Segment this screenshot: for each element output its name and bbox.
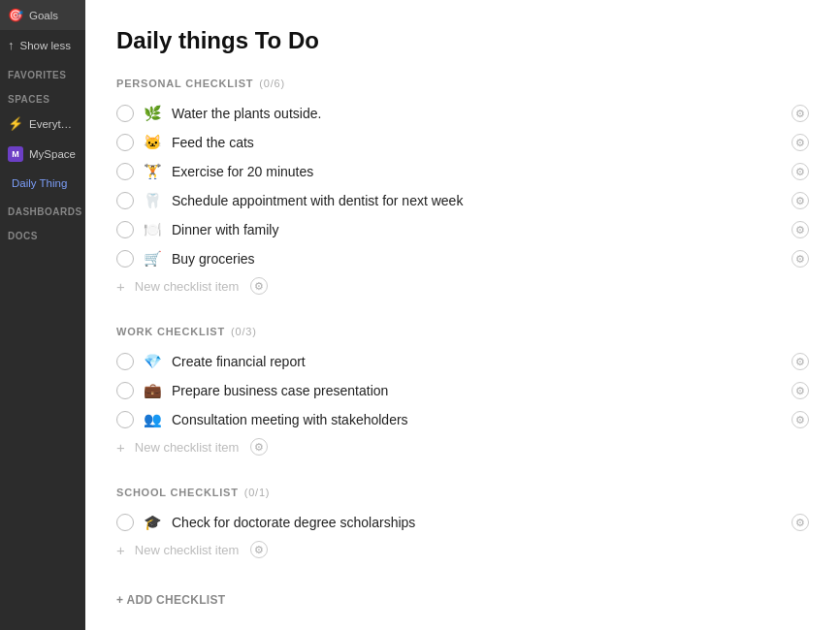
sidebar-section-docs: DOCS	[0, 221, 85, 245]
sidebar-section-dashboards: DASHBOARDS	[0, 197, 85, 221]
item-emoji: 💎	[144, 353, 162, 370]
add-item-row[interactable]: + New checklist item ⚙	[116, 434, 809, 459]
chevron-up-icon: ↑	[8, 38, 15, 52]
checklist-radio[interactable]	[116, 353, 134, 370]
sidebar-item-daily-thing[interactable]: Daily Thing	[0, 170, 85, 197]
add-checklist-button[interactable]: + ADD CHECKLIST	[116, 589, 809, 611]
add-item-label: New checklist item	[135, 279, 240, 294]
add-item-label: New checklist item	[135, 440, 240, 455]
item-settings-icon[interactable]: ⚙	[792, 353, 809, 370]
item-settings-icon[interactable]: ⚙	[792, 163, 809, 180]
checklist-radio[interactable]	[116, 163, 134, 180]
checklist-item: 💼 Prepare business case presentation ⚙	[116, 376, 809, 405]
section-header-personal: PERSONAL CHECKLIST (0/6)	[116, 78, 809, 89]
item-text: Buy groceries	[172, 251, 782, 267]
add-item-label: New checklist item	[135, 543, 240, 557]
add-item-row[interactable]: + New checklist item ⚙	[116, 273, 809, 299]
sidebar-item-label: Everything	[29, 118, 78, 130]
checklist-radio[interactable]	[116, 221, 134, 238]
item-text: Prepare business case presentation	[172, 383, 782, 398]
checklist-radio[interactable]	[116, 134, 134, 151]
sidebar-item-show-less[interactable]: ↑ Show less	[0, 30, 85, 60]
section-header-work: WORK CHECKLIST (0/3)	[116, 326, 809, 337]
checklist-item: 👥 Consultation meeting with stakeholders…	[116, 405, 809, 434]
item-text: Schedule appointment with dentist for ne…	[172, 193, 782, 208]
add-item-plus-icon: +	[116, 542, 125, 558]
section-title: SCHOOL CHECKLIST	[116, 487, 239, 498]
section-count: (0/1)	[244, 487, 271, 498]
checklists-container: PERSONAL CHECKLIST (0/6) 🌿 Water the pla…	[116, 78, 809, 562]
goals-icon: 🎯	[8, 8, 23, 22]
item-text: Create financial report	[172, 354, 782, 369]
checklist-section-work: WORK CHECKLIST (0/3) 💎 Create financial …	[116, 326, 809, 459]
checklist-item: 🏋️ Exercise for 20 minutes ⚙	[116, 157, 809, 186]
section-count: (0/6)	[259, 78, 285, 89]
main-content: Daily things To Do PERSONAL CHECKLIST (0…	[85, 0, 840, 630]
section-title: WORK CHECKLIST	[116, 326, 225, 337]
item-text: Feed the cats	[172, 135, 782, 150]
checklist-item: 🎓 Check for doctorate degree scholarship…	[116, 508, 809, 537]
section-header-school: SCHOOL CHECKLIST (0/1)	[116, 487, 809, 498]
item-text: Dinner with family	[172, 222, 782, 237]
checklist-radio[interactable]	[116, 192, 134, 209]
item-text: Check for doctorate degree scholarships	[172, 515, 782, 530]
add-item-settings-icon[interactable]: ⚙	[250, 438, 268, 456]
item-settings-icon[interactable]: ⚙	[792, 411, 809, 428]
item-emoji: 🍽️	[144, 221, 162, 238]
item-settings-icon[interactable]: ⚙	[792, 221, 809, 238]
checklist-radio[interactable]	[116, 411, 134, 428]
add-item-settings-icon[interactable]: ⚙	[250, 541, 268, 558]
everything-icon: ⚡	[8, 116, 23, 131]
sidebar-section-spaces: SPACES	[0, 84, 85, 109]
checklist-section-school: SCHOOL CHECKLIST (0/1) 🎓 Check for docto…	[116, 487, 809, 562]
add-item-row[interactable]: + New checklist item ⚙	[116, 537, 809, 562]
checklist-radio[interactable]	[116, 514, 134, 531]
add-item-settings-icon[interactable]: ⚙	[250, 277, 268, 295]
item-emoji: 🛒	[144, 250, 162, 268]
add-item-plus-icon: +	[116, 278, 125, 295]
item-emoji: 👥	[144, 411, 162, 428]
checklist-item: 🐱 Feed the cats ⚙	[116, 128, 809, 157]
sidebar: 🎯 Goals ↑ Show less FAVORITES SPACES ⚡ E…	[0, 0, 85, 630]
item-emoji: 🎓	[144, 514, 162, 531]
page-title: Daily things To Do	[116, 27, 809, 54]
item-settings-icon[interactable]: ⚙	[792, 514, 809, 531]
checklist-item: 💎 Create financial report ⚙	[116, 347, 809, 376]
sidebar-item-label: Daily Thing	[12, 177, 67, 189]
checklist-section-personal: PERSONAL CHECKLIST (0/6) 🌿 Water the pla…	[116, 78, 809, 299]
section-count: (0/3)	[231, 326, 257, 337]
item-text: Consultation meeting with stakeholders	[172, 412, 782, 427]
checklist-radio[interactable]	[116, 382, 134, 399]
sidebar-item-label: Goals	[29, 10, 58, 21]
sidebar-section-favorites: FAVORITES	[0, 60, 85, 84]
checklist-item: 🌿 Water the plants outside. ⚙	[116, 99, 809, 128]
checklist-radio[interactable]	[116, 105, 134, 122]
item-settings-icon[interactable]: ⚙	[792, 105, 809, 122]
item-emoji: 🐱	[144, 134, 162, 151]
checklist-item: 🛒 Buy groceries ⚙	[116, 244, 809, 273]
sidebar-item-goals[interactable]: 🎯 Goals	[0, 0, 85, 30]
section-title: PERSONAL CHECKLIST	[116, 78, 253, 89]
add-item-plus-icon: +	[116, 439, 125, 456]
sidebar-item-everything[interactable]: ⚡ Everything	[0, 109, 85, 139]
item-text: Water the plants outside.	[172, 106, 782, 121]
sidebar-item-label: MySpace	[29, 148, 76, 160]
checklist-item: 🍽️ Dinner with family ⚙	[116, 215, 809, 244]
item-text: Exercise for 20 minutes	[172, 164, 782, 179]
item-emoji: 🏋️	[144, 163, 162, 180]
item-emoji: 💼	[144, 382, 162, 399]
item-settings-icon[interactable]: ⚙	[792, 192, 809, 209]
item-settings-icon[interactable]: ⚙	[792, 382, 809, 399]
sidebar-item-label: Show less	[20, 40, 71, 51]
item-settings-icon[interactable]: ⚙	[792, 134, 809, 151]
item-emoji: 🦷	[144, 192, 162, 209]
checklist-item: 🦷 Schedule appointment with dentist for …	[116, 186, 809, 215]
sidebar-item-myspace[interactable]: M MySpace	[0, 139, 85, 170]
avatar: M	[8, 146, 23, 162]
checklist-radio[interactable]	[116, 250, 134, 268]
item-settings-icon[interactable]: ⚙	[792, 250, 809, 268]
item-emoji: 🌿	[144, 105, 162, 122]
